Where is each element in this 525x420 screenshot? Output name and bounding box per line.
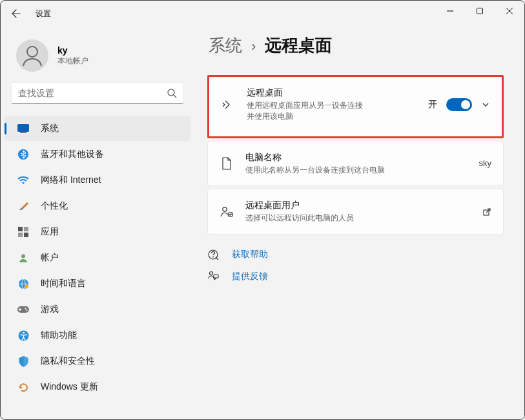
account-name: ky (57, 45, 88, 56)
svg-point-17 (26, 310, 28, 311)
account-type: 本地帐户 (57, 56, 88, 67)
close-icon (506, 8, 513, 14)
nav-label: 网络和 Internet (41, 174, 101, 186)
nav-item-bluetooth[interactable]: 蓝牙和其他设备 (5, 142, 190, 167)
svg-rect-8 (18, 227, 23, 231)
nav-item-accessibility[interactable]: 辅助功能 (5, 323, 190, 348)
remote-desktop-icon (221, 98, 235, 111)
nav-label: Windows 更新 (41, 381, 98, 393)
link-label: 提供反馈 (232, 271, 268, 282)
update-icon (17, 381, 29, 393)
maximize-button[interactable] (465, 1, 495, 21)
users-icon (220, 206, 234, 218)
svg-rect-5 (20, 132, 26, 134)
svg-rect-0 (477, 8, 483, 14)
minimize-icon (447, 8, 453, 14)
svg-rect-10 (18, 233, 23, 237)
svg-rect-4 (18, 125, 29, 132)
svg-point-20 (223, 207, 227, 211)
nav-label: 帐户 (41, 252, 59, 264)
card-subtitle: 使用此名称从另一台设备连接到这台电脑 (245, 165, 468, 176)
nav-label: 辅助功能 (41, 330, 77, 341)
svg-point-12 (21, 255, 25, 258)
wifi-icon (17, 174, 29, 186)
system-icon (17, 123, 29, 134)
nav-label: 应用 (41, 226, 59, 238)
nav-item-accounts[interactable]: 帐户 (5, 246, 190, 270)
breadcrumb-parent[interactable]: 系统 (209, 34, 242, 57)
pc-name-card[interactable]: 电脑名称 使用此名称从另一台设备连接到这台电脑 sky (207, 141, 504, 187)
search-icon (167, 88, 177, 98)
nav-label: 蓝牙和其他设备 (41, 149, 104, 160)
svg-point-3 (168, 89, 174, 96)
avatar (16, 39, 48, 72)
nav-label: 游戏 (41, 304, 59, 315)
breadcrumb: 系统 › 远程桌面 (209, 34, 504, 57)
svg-point-1 (16, 39, 48, 72)
accounts-icon (17, 252, 29, 264)
maximize-icon (477, 8, 483, 14)
toggle-label: 开 (428, 99, 437, 110)
content-area: 系统 › 远程桌面 远程桌面 使用远程桌面应用从另一设备连接并使用该电脑 开 (194, 26, 524, 419)
nav-item-personalization[interactable]: 个性化 (5, 194, 190, 218)
document-icon (220, 157, 234, 170)
nav-label: 个性化 (41, 200, 68, 212)
user-avatar-icon (16, 39, 48, 72)
gaming-icon (17, 304, 29, 315)
help-icon (207, 249, 219, 260)
svg-rect-11 (24, 233, 28, 237)
svg-rect-9 (24, 227, 28, 231)
paintbrush-icon (17, 200, 29, 212)
card-subtitle: 选择可以远程访问此电脑的人员 (245, 213, 471, 224)
svg-point-24 (212, 257, 214, 258)
card-subtitle: 使用远程桌面应用从另一设备连接并使用该电脑 (247, 100, 363, 122)
nav-item-windows-update[interactable]: Windows 更新 (5, 375, 190, 399)
card-title: 远程桌面用户 (245, 200, 471, 211)
pc-name-value: sky (479, 158, 492, 168)
nav-item-gaming[interactable]: 游戏 (5, 297, 190, 322)
chevron-right-icon: › (251, 38, 256, 55)
nav-item-system[interactable]: 系统 (5, 116, 190, 141)
svg-point-25 (210, 272, 213, 275)
app-title: 设置 (36, 8, 51, 19)
open-external-icon (482, 207, 491, 216)
nav-label: 隐私和安全性 (41, 355, 95, 367)
remote-users-card[interactable]: 远程桌面用户 选择可以远程访问此电脑的人员 (207, 189, 504, 235)
nav-item-time-language[interactable]: 时间和语言 (5, 271, 190, 296)
svg-point-19 (22, 331, 24, 333)
shield-icon (17, 355, 29, 367)
remote-desktop-toggle[interactable] (446, 98, 472, 111)
account-block[interactable]: ky 本地帐户 (1, 33, 194, 81)
search-input[interactable] (18, 88, 167, 98)
link-label: 获取帮助 (232, 249, 268, 260)
svg-point-14 (25, 284, 28, 288)
svg-rect-26 (214, 275, 218, 278)
minimize-button[interactable] (435, 1, 465, 21)
nav-item-apps[interactable]: 应用 (5, 220, 190, 244)
page-title: 远程桌面 (265, 34, 332, 57)
card-title: 远程桌面 (247, 87, 417, 99)
card-title: 电脑名称 (245, 152, 468, 163)
chevron-down-icon[interactable] (481, 100, 490, 109)
accessibility-icon (17, 330, 29, 341)
feedback-link[interactable]: 提供反馈 (207, 271, 504, 282)
nav-label: 系统 (41, 123, 59, 134)
nav-list: 系统 蓝牙和其他设备 网络和 Internet 个性化 应用 (1, 116, 194, 400)
close-button[interactable] (495, 1, 524, 21)
svg-point-7 (22, 182, 24, 184)
nav-item-privacy[interactable]: 隐私和安全性 (5, 349, 190, 373)
back-button[interactable] (8, 6, 24, 21)
search-box[interactable] (11, 82, 184, 104)
globe-icon (17, 278, 29, 289)
get-help-link[interactable]: 获取帮助 (207, 249, 504, 260)
bluetooth-icon (17, 149, 29, 160)
svg-point-16 (25, 308, 26, 310)
feedback-icon (207, 271, 219, 282)
sidebar: ky 本地帐户 系统 蓝牙和其他设备 网络和 In (1, 26, 194, 419)
nav-label: 时间和语言 (41, 278, 86, 289)
apps-icon (17, 226, 29, 238)
remote-desktop-card[interactable]: 远程桌面 使用远程桌面应用从另一设备连接并使用该电脑 开 (207, 75, 504, 138)
nav-item-network[interactable]: 网络和 Internet (5, 168, 190, 193)
arrow-left-icon (11, 8, 21, 19)
